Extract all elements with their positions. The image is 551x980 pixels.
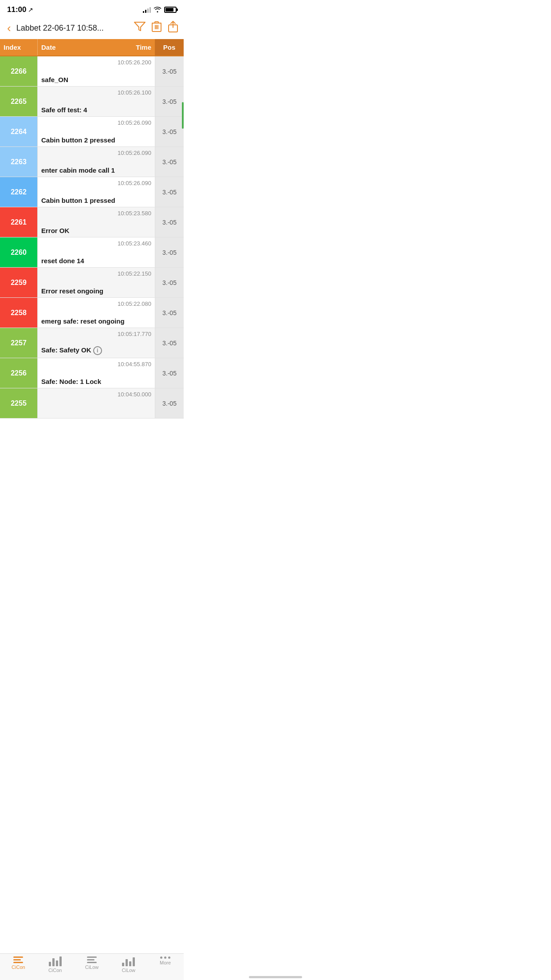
status-icons xyxy=(143,6,177,14)
cell-pos: 3.-05 xyxy=(155,177,184,207)
wifi-icon xyxy=(153,6,161,14)
cell-pos: 3.-05 xyxy=(155,56,184,86)
cell-time: 10:05:26.090 xyxy=(41,119,151,126)
table-row[interactable]: 2259 10:05:22.150 Error reset ongoing 3.… xyxy=(0,268,184,298)
cell-text: Safe: Node: 1 Lock xyxy=(41,378,151,385)
table-row[interactable]: 2261 10:05:23.580 Error OK 3.-05 xyxy=(0,207,184,237)
cell-index: 2266 xyxy=(0,56,38,86)
cell-time: 10:05:23.460 xyxy=(41,240,151,247)
cell-time: 10:04:50.000 xyxy=(41,391,151,398)
cell-time: 10:05:26.090 xyxy=(41,150,151,156)
page-title: Labbet 22-06-17 10:58... xyxy=(16,24,130,33)
cell-text: Cabin button 2 pressed xyxy=(41,136,151,144)
cell-content: 10:04:55.870 Safe: Node: 1 Lock xyxy=(38,358,155,388)
delete-icon[interactable] xyxy=(152,21,161,35)
cell-time: 10:04:55.870 xyxy=(41,361,151,368)
table-row[interactable]: 2255 10:04:50.000 3.-05 xyxy=(0,388,184,419)
header-pos: Pos xyxy=(155,39,184,55)
cell-text: reset done 14 xyxy=(41,257,151,265)
table-row[interactable]: 2256 10:04:55.870 Safe: Node: 1 Lock 3.-… xyxy=(0,358,184,388)
cell-text: Error reset ongoing xyxy=(41,287,151,295)
cell-pos: 3.-05 xyxy=(155,207,184,237)
cell-content: 10:05:22.080 emerg safe: reset ongoing xyxy=(38,298,155,328)
cell-index: 2264 xyxy=(0,117,38,146)
table-row[interactable]: 2262 10:05:26.090 Cabin button 1 pressed… xyxy=(0,177,184,207)
cell-content: 10:05:23.460 reset done 14 xyxy=(38,237,155,267)
cell-index: 2259 xyxy=(0,268,38,297)
status-bar: 11:00 ↗ xyxy=(0,0,184,17)
cell-pos: 3.-05 xyxy=(155,147,184,177)
scroll-indicator xyxy=(182,102,184,129)
table-row[interactable]: 2257 10:05:17.770 Safe: Safety OKi 3.-05 xyxy=(0,328,184,358)
cell-index: 2258 xyxy=(0,298,38,328)
cell-pos: 3.-05 xyxy=(155,268,184,297)
cell-index: 2256 xyxy=(0,358,38,388)
cell-pos: 3.-05 xyxy=(155,388,184,418)
cell-time: 10:05:26.100 xyxy=(41,89,151,96)
cell-pos: 3.-05 xyxy=(155,87,184,116)
cell-text: safe_ON xyxy=(41,76,151,83)
cell-pos: 3.-05 xyxy=(155,298,184,328)
cell-index: 2263 xyxy=(0,147,38,177)
cell-text: enter cabin mode call 1 xyxy=(41,166,151,174)
table-row[interactable]: 2265 10:05:26.100 Safe off test: 4 3.-05 xyxy=(0,87,184,117)
cell-text: Safe off test: 4 xyxy=(41,106,151,114)
header-index: Index xyxy=(0,39,38,55)
signal-icon xyxy=(143,7,151,13)
cell-text: Error OK xyxy=(41,227,151,234)
cell-index: 2262 xyxy=(0,177,38,207)
table-body: 2266 10:05:26.200 safe_ON 3.-05 2265 10:… xyxy=(0,56,184,458)
table-header: Index Date Time Pos xyxy=(0,39,184,56)
cell-pos: 3.-05 xyxy=(155,328,184,358)
info-icon[interactable]: i xyxy=(93,346,102,355)
table-row[interactable]: 2258 10:05:22.080 emerg safe: reset ongo… xyxy=(0,298,184,328)
table-row[interactable]: 2260 10:05:23.460 reset done 14 3.-05 xyxy=(0,237,184,268)
cell-content: 10:05:22.150 Error reset ongoing xyxy=(38,268,155,297)
battery-icon xyxy=(164,7,177,13)
cell-index: 2265 xyxy=(0,87,38,116)
cell-time: 10:05:26.090 xyxy=(41,180,151,186)
cell-text: emerg safe: reset ongoing xyxy=(41,317,151,325)
nav-header: ‹ Labbet 22-06-17 10:58... xyxy=(0,17,184,39)
cell-content: 10:05:26.090 enter cabin mode call 1 xyxy=(38,147,155,177)
table-row[interactable]: 2266 10:05:26.200 safe_ON 3.-05 xyxy=(0,56,184,87)
cell-content: 10:05:26.090 Cabin button 2 pressed xyxy=(38,117,155,146)
cell-time: 10:05:23.580 xyxy=(41,210,151,217)
header-date: Date xyxy=(38,39,132,55)
cell-index: 2257 xyxy=(0,328,38,358)
share-icon[interactable] xyxy=(168,20,178,36)
cell-text: Safe: Safety OKi xyxy=(41,346,151,355)
nav-actions xyxy=(134,20,178,36)
cell-time: 10:05:26.200 xyxy=(41,59,151,66)
status-time: 11:00 ↗ xyxy=(7,5,33,14)
table-row[interactable]: 2264 10:05:26.090 Cabin button 2 pressed… xyxy=(0,117,184,147)
cell-time: 10:05:22.150 xyxy=(41,270,151,277)
cell-content: 10:04:50.000 xyxy=(38,388,155,418)
location-icon: ↗ xyxy=(28,6,33,13)
back-button[interactable]: ‹ xyxy=(5,22,13,34)
cell-pos: 3.-05 xyxy=(155,358,184,388)
cell-time: 10:05:17.770 xyxy=(41,331,151,337)
cell-text: Cabin button 1 pressed xyxy=(41,197,151,204)
cell-index: 2255 xyxy=(0,388,38,418)
cell-content: 10:05:26.090 Cabin button 1 pressed xyxy=(38,177,155,207)
cell-index: 2261 xyxy=(0,207,38,237)
cell-pos: 3.-05 xyxy=(155,117,184,146)
cell-content: 10:05:17.770 Safe: Safety OKi xyxy=(38,328,155,358)
filter-icon[interactable] xyxy=(134,22,146,34)
table-row[interactable]: 2263 10:05:26.090 enter cabin mode call … xyxy=(0,147,184,177)
cell-content: 10:05:23.580 Error OK xyxy=(38,207,155,237)
header-time: Time xyxy=(132,39,155,55)
cell-pos: 3.-05 xyxy=(155,237,184,267)
cell-time: 10:05:22.080 xyxy=(41,300,151,307)
cell-content: 10:05:26.100 Safe off test: 4 xyxy=(38,87,155,116)
cell-index: 2260 xyxy=(0,237,38,267)
cell-content: 10:05:26.200 safe_ON xyxy=(38,56,155,86)
